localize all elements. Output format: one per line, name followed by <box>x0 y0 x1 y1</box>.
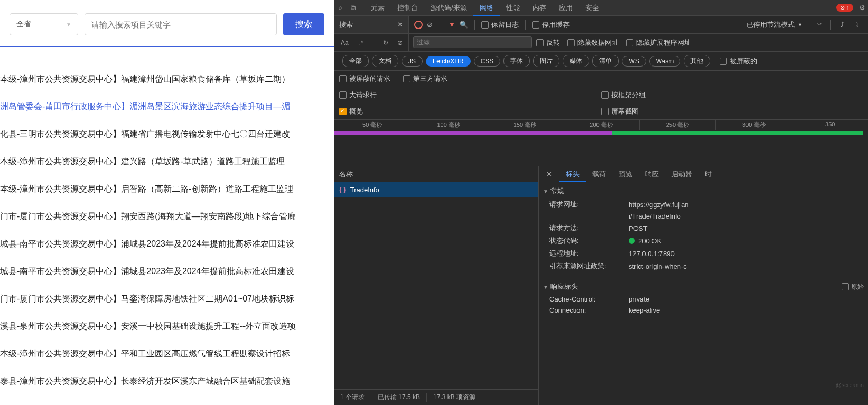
error-badge[interactable]: ⊘ 1 <box>836 4 853 12</box>
request-row[interactable]: { } TradeInfo <box>334 182 538 197</box>
province-value: 全省 <box>16 20 31 29</box>
result-item[interactable]: 城县-南平市公共资源交易中心】浦城县2023年及2024年提前批高标准农田建设 <box>0 258 334 285</box>
response-headers-section[interactable]: ▼响应标头 原始 <box>539 280 868 294</box>
detail-tab[interactable]: 时 <box>698 167 718 181</box>
divider <box>362 3 362 13</box>
detail-tab[interactable]: 载荷 <box>586 167 612 181</box>
province-select[interactable]: 全省 ▼ <box>10 13 78 35</box>
request-list: 名称 { } TradeInfo 1 个请求 已传输 17.5 kB 17.3 … <box>334 166 539 405</box>
filter-chip[interactable]: 清单 <box>592 55 619 67</box>
disable-cache-checkbox[interactable]: 停用缓存 <box>532 20 570 30</box>
result-item[interactable]: 泰县-漳州市公共资源交易中心】长泰经济开发区溪东产城融合区基础配套设施 <box>0 368 334 395</box>
filter-chip[interactable]: JS <box>402 56 423 67</box>
detail-tab[interactable]: 启动器 <box>665 167 698 181</box>
filter-chip[interactable]: 其他 <box>684 55 710 67</box>
refresh-icon[interactable]: ↻ <box>382 39 388 47</box>
filter-icon[interactable]: ▼ <box>449 21 455 29</box>
result-item[interactable]: 本级-漳州市公共资源交易中心】福建漳州岱山国家粮食储备库（草坂库二期） <box>0 65 334 93</box>
result-item[interactable]: 本级-漳州市公共资源交易中心】平和工业园区高压燃气管线工程勘察设计招标 <box>0 340 334 368</box>
filter-chip[interactable]: 文档 <box>372 55 398 67</box>
blocked-cookies-checkbox[interactable]: 被屏蔽的 <box>720 55 757 67</box>
result-item[interactable]: 洲岛管委会-莆田市行政服务中心】湄洲岛景区滨海旅游业态综合提升项目—湄 <box>0 93 334 120</box>
close-icon[interactable]: ✕ <box>541 170 557 178</box>
devtools-tab[interactable]: 内存 <box>526 1 553 15</box>
filter-chip[interactable]: CSS <box>474 56 501 67</box>
chevron-down-icon: ▼ <box>66 22 71 27</box>
hide-ext-checkbox[interactable]: 隐藏扩展程序网址 <box>626 38 691 48</box>
preserve-log-checkbox[interactable]: 保留日志 <box>481 20 519 30</box>
result-list: 本级-漳州市公共资源交易中心】福建漳州岱山国家粮食储备库（草坂库二期）洲岛管委会… <box>0 47 334 395</box>
filter-row: Aa .* ↻ ⊘ 过滤 反转 隐藏数据网址 隐藏扩展程序网址 <box>334 34 868 52</box>
search-label: 搜索 <box>334 20 392 30</box>
regex-toggle[interactable]: .* <box>357 37 366 48</box>
result-item[interactable]: 门市-厦门市公共资源交易中心】翔安西路(海翔大道—翔安南路段)地下综合管廊 <box>0 203 334 230</box>
transferred: 已传输 17.5 kB <box>371 393 427 402</box>
third-party-checkbox[interactable]: 第三方请求 <box>403 74 447 83</box>
header-row: 远程地址:127.0.0.1:7890 <box>539 247 868 260</box>
detail-tab[interactable]: 预览 <box>612 167 639 181</box>
detail-tab[interactable]: 响应 <box>639 167 665 181</box>
result-item[interactable]: 溪县-泉州市公共资源交易中心】安溪一中校园基础设施提升工程--外立面改造项 <box>0 313 334 340</box>
req-count: 1 个请求 <box>334 393 371 402</box>
header-row: i/Trade/TradeInfo <box>539 211 868 222</box>
throttle-label[interactable]: 已停用节流模式 <box>746 20 795 30</box>
divider <box>808 20 808 30</box>
devtools-tab[interactable]: 网络 <box>473 1 500 16</box>
devtools-tab[interactable]: 元素 <box>365 1 391 15</box>
devtools-tab[interactable]: 性能 <box>500 1 526 15</box>
big-rows-checkbox[interactable]: 大请求行 <box>339 90 377 100</box>
name-column-header[interactable]: 名称 <box>334 166 538 182</box>
device-icon[interactable]: ⧉ <box>347 4 360 12</box>
record-button[interactable] <box>414 21 423 29</box>
inspect-icon[interactable]: ⟐ <box>334 4 347 12</box>
detail-tabs: ✕ 标头载荷预览响应启动器时 <box>539 166 868 182</box>
timeline-tick: 100 毫秒 <box>410 120 486 130</box>
type-filter-row: 全部文档JSFetch/XHRCSS字体图片媒体清单WSWasm其他 被屏蔽的 <box>334 52 868 71</box>
result-item[interactable]: 本级-漳州市公共资源交易中心】建兴路（草坂路-草武路）道路工程施工监理 <box>0 148 334 175</box>
match-case-toggle[interactable]: Aa <box>338 37 351 48</box>
view-options-row: 大请求行 按框架分组 <box>334 87 868 103</box>
keyword-input[interactable] <box>85 13 277 35</box>
result-item[interactable]: 城县-南平市公共资源交易中心】浦城县2023年及2024年提前批高标准农田建设 <box>0 230 334 258</box>
devtools-tab[interactable]: 应用 <box>553 1 579 15</box>
raw-checkbox[interactable]: 原始 <box>842 282 864 291</box>
blocked-req-checkbox[interactable]: 被屏蔽的请求 <box>339 74 390 83</box>
search-button[interactable]: 搜索 <box>283 13 324 35</box>
filter-chip[interactable]: 全部 <box>342 55 369 67</box>
invert-checkbox[interactable]: 反转 <box>536 38 560 48</box>
wifi-icon[interactable]: ⌔ <box>815 21 824 29</box>
extra-filter-row: 被屏蔽的请求 第三方请求 <box>334 71 868 87</box>
upload-icon[interactable]: ⤴ <box>838 21 846 29</box>
overview-checkbox[interactable]: 概览 <box>339 107 363 116</box>
detail-tab[interactable]: 标头 <box>559 167 586 182</box>
clear-icon[interactable]: ⊘ <box>397 39 403 47</box>
result-item[interactable]: 化县-三明市公共资源交易中心】福建省广播电视传输发射中心七〇四台迁建改 <box>0 120 334 148</box>
header-row: 请求方法:POST <box>539 222 868 234</box>
settings-icon[interactable]: ⚙ <box>858 4 866 12</box>
result-item[interactable]: 门市-厦门市公共资源交易中心】马銮湾保障房地铁社区二期A01~07地块标识标 <box>0 285 334 313</box>
filter-input[interactable]: 过滤 <box>413 36 532 48</box>
request-area: 名称 { } TradeInfo 1 个请求 已传输 17.5 kB 17.3 … <box>334 166 868 405</box>
devtools-tab[interactable]: 控制台 <box>391 1 424 15</box>
filter-chip[interactable]: 媒体 <box>563 55 589 67</box>
filter-chip[interactable]: 图片 <box>533 55 559 67</box>
search-icon[interactable]: 🔍 <box>460 21 468 29</box>
filter-chip[interactable]: Fetch/XHR <box>426 56 471 67</box>
chevron-down-icon[interactable]: ▼ <box>798 22 802 27</box>
download-icon[interactable]: ⤵ <box>853 21 861 29</box>
filter-chip[interactable]: Wasm <box>649 56 681 67</box>
clear-icon[interactable]: ⊘ <box>427 21 435 29</box>
screenshots-checkbox[interactable]: 屏幕截图 <box>601 107 639 116</box>
devtools-tab[interactable]: 安全 <box>579 1 605 15</box>
filter-chip[interactable]: WS <box>622 56 646 67</box>
hide-data-checkbox[interactable]: 隐藏数据网址 <box>567 38 619 48</box>
divider <box>525 20 526 30</box>
timeline[interactable]: 50 毫秒100 毫秒150 毫秒200 毫秒250 毫秒300 毫秒350 <box>334 120 868 145</box>
devtools-tab[interactable]: 源代码/来源 <box>424 1 473 15</box>
filter-chip[interactable]: 字体 <box>503 55 530 67</box>
group-frame-checkbox[interactable]: 按框架分组 <box>601 90 646 100</box>
view-options-row2: 概览 屏幕截图 <box>334 103 868 120</box>
general-section[interactable]: ▼常规 <box>539 184 868 198</box>
result-item[interactable]: 本级-漳州市公共资源交易中心】启智路（高新二路-创新路）道路工程施工监理 <box>0 175 334 203</box>
close-icon[interactable]: ✕ <box>392 21 408 29</box>
